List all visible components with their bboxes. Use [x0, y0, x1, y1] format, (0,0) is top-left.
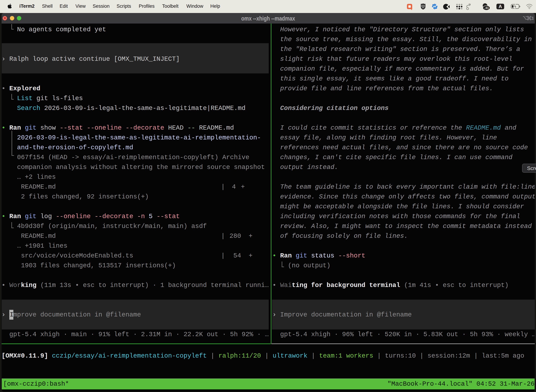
- svg-text:..61: ..61: [484, 6, 489, 9]
- svg-text:1: 1: [531, 16, 534, 20]
